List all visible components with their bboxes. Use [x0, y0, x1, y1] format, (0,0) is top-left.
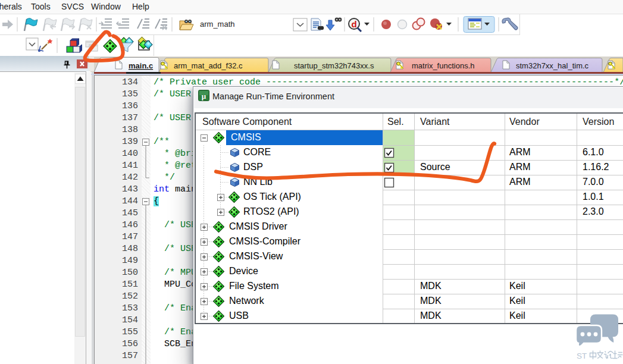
svg-text:matrix_functions.h: matrix_functions.h — [412, 61, 475, 70]
svg-text:startup_stm32h743xx.s: startup_stm32h743xx.s — [294, 61, 374, 70]
svg-text:stm32h7xx_hal_tim.c: stm32h7xx_hal_tim.c — [516, 61, 589, 70]
svg-text:main.c: main.c — [129, 61, 153, 70]
svg-text:d: d — [351, 19, 356, 29]
svg-text:arm_mat_add_f32.c: arm_mat_add_f32.c — [174, 61, 243, 70]
